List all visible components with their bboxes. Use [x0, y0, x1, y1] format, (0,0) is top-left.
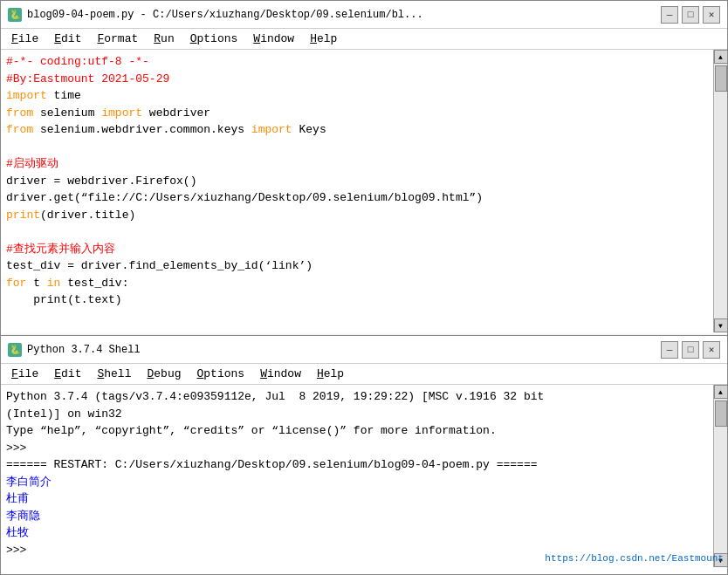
- menu-format[interactable]: Format: [90, 31, 145, 47]
- scroll-down-button[interactable]: ▼: [714, 318, 728, 332]
- editor-controls: — □ ✕: [661, 6, 720, 24]
- menu-help[interactable]: Help: [303, 31, 344, 47]
- code-line-6: [6, 139, 706, 156]
- shell-controls: — □ ✕: [661, 341, 720, 359]
- shell-restart-line: ====== RESTART: C:/Users/xiuzhang/Deskto…: [6, 456, 706, 474]
- code-line-3: import time: [6, 87, 706, 105]
- shell-scroll-up-button[interactable]: ▲: [714, 385, 728, 399]
- shell-restore-button[interactable]: □: [682, 341, 699, 359]
- scroll-thumb[interactable]: [715, 65, 727, 92]
- editor-code-area[interactable]: #-*- coding:utf-8 -*- #By:Eastmount 2021…: [1, 50, 727, 332]
- code-line-13: test_div = driver.find_elements_by_id(‘l…: [6, 257, 706, 275]
- menu-edit[interactable]: Edit: [47, 31, 88, 47]
- shell-minimize-button[interactable]: —: [661, 341, 678, 359]
- shell-output-area[interactable]: Python 3.7.4 (tags/v3.7.4:e09359112e, Ju…: [1, 385, 727, 567]
- editor-title-bar: 🐍 blog09-04-poem.py - C:/Users/xiuzhang/…: [1, 1, 727, 29]
- shell-scrollbar[interactable]: ▲ ▼: [713, 385, 727, 567]
- code-line-7: #启动驱动: [6, 155, 706, 173]
- shell-menu-bar: File Edit Shell Debug Options Window Hel…: [1, 364, 727, 385]
- shell-menu-shell[interactable]: Shell: [90, 366, 138, 382]
- code-line-4: from selenium import webdriver: [6, 105, 706, 122]
- menu-file[interactable]: File: [4, 31, 45, 47]
- shell-title-bar: 🐍 Python 3.7.4 Shell — □ ✕: [1, 336, 727, 364]
- shell-icon: 🐍: [8, 343, 22, 357]
- menu-options[interactable]: Options: [183, 31, 245, 47]
- editor-menu-bar: File Edit Format Run Options Window Help: [1, 29, 727, 50]
- shell-output-3: 李商隐: [6, 508, 706, 525]
- shell-title: Python 3.7.4 Shell: [27, 344, 661, 356]
- shell-menu-options[interactable]: Options: [190, 366, 252, 382]
- menu-window[interactable]: Window: [246, 31, 301, 47]
- shell-line-1: Python 3.7.4 (tags/v3.7.4:e09359112e, Ju…: [6, 388, 706, 406]
- editor-close-button[interactable]: ✕: [703, 6, 720, 24]
- code-line-8: driver = webdriver.Firefox(): [6, 173, 706, 190]
- shell-menu-edit[interactable]: Edit: [47, 366, 88, 382]
- code-line-2: #By:Eastmount 2021-05-29: [6, 71, 706, 88]
- shell-output-2: 杜甫: [6, 490, 706, 508]
- code-line-9: driver.get(“file://C:/Users/xiuzhang/Des…: [6, 189, 706, 207]
- code-line-12: #查找元素并输入内容: [6, 241, 706, 258]
- code-line-14: for t in test_div:: [6, 275, 706, 292]
- shell-menu-help[interactable]: Help: [310, 366, 351, 382]
- shell-prompt-1: >>>: [6, 440, 706, 457]
- editor-minimize-button[interactable]: —: [661, 6, 678, 24]
- editor-window: 🐍 blog09-04-poem.py - C:/Users/xiuzhang/…: [0, 0, 728, 340]
- menu-run[interactable]: Run: [147, 31, 181, 47]
- shell-line-3: Type “help”, “copyright”, “credits” or “…: [6, 422, 706, 440]
- shell-line-2: (Intel)] on win32: [6, 406, 706, 423]
- editor-restore-button[interactable]: □: [682, 6, 699, 24]
- shell-scroll-thumb[interactable]: [715, 400, 727, 427]
- editor-icon: 🐍: [8, 8, 22, 22]
- scroll-up-button[interactable]: ▲: [714, 50, 728, 64]
- shell-menu-debug[interactable]: Debug: [140, 366, 188, 382]
- watermark: https://blog.csdn.net/Eastmount: [545, 553, 724, 564]
- code-line-10: print(driver.title): [6, 207, 706, 224]
- shell-menu-file[interactable]: File: [4, 366, 45, 382]
- shell-menu-window[interactable]: Window: [253, 366, 308, 382]
- shell-window: 🐍 Python 3.7.4 Shell — □ ✕ File Edit She…: [0, 335, 728, 575]
- shell-close-button[interactable]: ✕: [703, 341, 720, 359]
- shell-output-1: 李白简介: [6, 474, 706, 491]
- code-line-5: from selenium.webdriver.common.keys impo…: [6, 121, 706, 139]
- code-line-1: #-*- coding:utf-8 -*-: [6, 53, 706, 71]
- code-line-15: print(t.text): [6, 291, 706, 309]
- shell-output-4: 杜牧: [6, 524, 706, 542]
- editor-title: blog09-04-poem.py - C:/Users/xiuzhang/De…: [27, 9, 661, 21]
- code-line-11: [6, 223, 706, 241]
- editor-scrollbar[interactable]: ▲ ▼: [713, 50, 727, 332]
